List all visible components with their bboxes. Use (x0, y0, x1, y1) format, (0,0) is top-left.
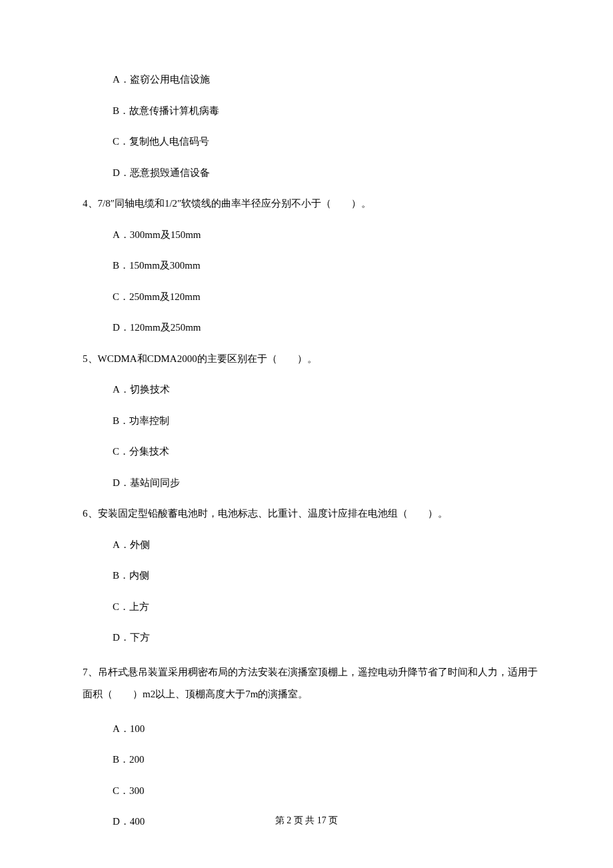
q3-option-c: C．复制他人电信码号 (83, 134, 540, 149)
q5-option-c: C．分集技术 (83, 444, 540, 459)
q6-option-d: D．下方 (83, 630, 540, 645)
q4-option-a: A．300mm及150mm (83, 227, 540, 243)
q3-option-a: A．盗窃公用电信设施 (83, 72, 540, 87)
q6-option-c: C．上方 (83, 599, 540, 615)
page-footer: 第 2 页 共 17 页 (0, 815, 613, 827)
q5-option-d: D．基站间同步 (83, 475, 540, 491)
q5-option-a: A．切换技术 (83, 382, 540, 397)
q6-option-b: B．内侧 (83, 568, 540, 583)
q4-option-d: D．120mm及250mm (83, 320, 540, 335)
q7-text: 7、吊杆式悬吊装置采用稠密布局的方法安装在演播室顶棚上，遥控电动升降节省了时间和… (83, 661, 540, 705)
q5-text: 5、WCDMA和CDMA2000的主要区别在于（ ）。 (83, 351, 540, 367)
document-content: A．盗窃公用电信设施 B．故意传播计算机病毒 C．复制他人电信码号 D．恶意损毁… (83, 72, 540, 829)
q4-text: 4、7/8″同轴电缆和1/2″软馈线的曲率半径应分别不小于（ ）。 (83, 196, 540, 211)
q7-option-a: A．100 (83, 721, 540, 737)
q3-option-b: B．故意传播计算机病毒 (83, 103, 540, 119)
q6-option-a: A．外侧 (83, 537, 540, 553)
q3-option-d: D．恶意损毁通信设备 (83, 165, 540, 181)
q4-option-b: B．150mm及300mm (83, 258, 540, 273)
q7-option-b: B．200 (83, 752, 540, 767)
q4-option-c: C．250mm及120mm (83, 289, 540, 305)
q7-option-c: C．300 (83, 783, 540, 799)
q6-text: 6、安装固定型铅酸蓄电池时，电池标志、比重计、温度计应排在电池组（ ）。 (83, 506, 540, 521)
q5-option-b: B．功率控制 (83, 413, 540, 429)
